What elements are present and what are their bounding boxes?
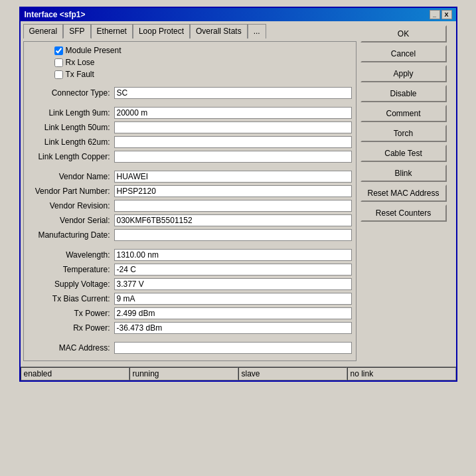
tab-more[interactable]: ... (248, 24, 266, 39)
supply-voltage-row: Supply Voltage: (28, 278, 352, 290)
rx-lose-checkbox[interactable] (54, 58, 63, 67)
vendor-revision-label: Vendor Revision: (28, 201, 114, 210)
supply-voltage-label: Supply Voltage: (28, 279, 114, 289)
comment-button[interactable]: Comment (360, 105, 447, 122)
wavelength-row: Wavelength: (28, 249, 352, 261)
link-length-50um-row: Link Length 50um: (28, 121, 352, 133)
vendor-part-number-row: Vendor Part Number: (28, 185, 352, 197)
tab-bar: General SFP Ethernet Loop Protect Overal… (23, 24, 357, 39)
tx-fault-row: Tx Fault (54, 70, 352, 79)
link-length-9um-input[interactable] (114, 107, 352, 119)
link-length-9um-row: Link Length 9um: (28, 107, 352, 119)
link-length-copper-label: Link Length Copper: (28, 152, 114, 161)
tab-content: Module Present Rx Lose Tx Fault Connecto… (23, 41, 357, 361)
vendor-part-number-input[interactable] (114, 185, 352, 197)
link-length-62um-row: Link Length 62um: (28, 136, 352, 148)
tab-sfp[interactable]: SFP (63, 24, 90, 39)
supply-voltage-input[interactable] (114, 278, 352, 290)
mac-address-label: MAC Address: (28, 343, 114, 353)
rx-power-label: Rx Power: (28, 323, 114, 333)
status-running: running (129, 367, 238, 380)
module-present-row: Module Present (54, 46, 352, 55)
tab-ethernet[interactable]: Ethernet (91, 24, 133, 39)
main-content: General SFP Ethernet Loop Protect Overal… (21, 21, 456, 364)
disable-button[interactable]: Disable (360, 85, 447, 102)
tx-fault-label: Tx Fault (66, 70, 94, 79)
status-slave: slave (238, 367, 347, 380)
tx-bias-current-input[interactable] (114, 293, 352, 305)
left-panel: General SFP Ethernet Loop Protect Overal… (23, 24, 357, 361)
link-length-copper-input[interactable] (114, 151, 352, 163)
temperature-row: Temperature: (28, 264, 352, 276)
torch-button[interactable]: Torch (360, 125, 447, 142)
link-length-9um-label: Link Length 9um: (28, 108, 114, 118)
rx-lose-row: Rx Lose (54, 58, 352, 67)
vendor-name-input[interactable] (114, 171, 352, 183)
minimize-button[interactable]: _ (430, 10, 440, 19)
tx-bias-current-label: Tx Bias Current: (28, 294, 114, 303)
mac-address-row: MAC Address: (28, 342, 352, 354)
vendor-serial-input[interactable] (114, 214, 352, 226)
tab-loop-protect[interactable]: Loop Protect (133, 24, 190, 39)
link-length-62um-input[interactable] (114, 136, 352, 148)
apply-button[interactable]: Apply (360, 65, 447, 82)
connector-type-input[interactable] (114, 87, 352, 99)
vendor-name-row: Vendor Name: (28, 171, 352, 183)
manufacturing-date-label: Manufacturing Date: (28, 230, 114, 240)
rx-lose-label: Rx Lose (66, 58, 95, 67)
temperature-input[interactable] (114, 264, 352, 276)
rx-power-input[interactable] (114, 322, 352, 334)
mac-address-input[interactable] (114, 342, 352, 354)
ok-button[interactable]: OK (360, 25, 447, 42)
module-present-label: Module Present (66, 46, 121, 55)
tx-bias-current-row: Tx Bias Current: (28, 293, 352, 305)
right-panel: OK Cancel Apply Disable Comment Torch Ca… (360, 24, 453, 361)
blink-button[interactable]: Blink (360, 165, 447, 182)
tx-fault-checkbox[interactable] (54, 70, 63, 79)
reset-mac-button[interactable]: Reset MAC Address (360, 185, 447, 202)
close-button[interactable]: X (441, 10, 452, 19)
tab-overall-stats[interactable]: Overall Stats (190, 24, 248, 39)
cable-test-button[interactable]: Cable Test (360, 145, 447, 162)
vendor-revision-row: Vendor Revision: (28, 200, 352, 212)
manufacturing-date-input[interactable] (114, 229, 352, 241)
vendor-part-number-label: Vendor Part Number: (28, 187, 114, 196)
tx-power-input[interactable] (114, 307, 352, 319)
vendor-serial-label: Vendor Serial: (28, 216, 114, 225)
vendor-name-label: Vendor Name: (28, 172, 114, 181)
status-bar: enabled running slave no link (21, 366, 456, 380)
link-length-copper-row: Link Length Copper: (28, 151, 352, 163)
module-present-checkbox[interactable] (54, 46, 63, 55)
rx-power-row: Rx Power: (28, 322, 352, 334)
reset-counters-button[interactable]: Reset Counters (360, 204, 447, 222)
connector-type-row: Connector Type: (28, 87, 352, 99)
link-length-50um-input[interactable] (114, 121, 352, 133)
status-enabled: enabled (21, 367, 129, 380)
vendor-serial-row: Vendor Serial: (28, 214, 352, 226)
status-link: no link (347, 367, 456, 380)
manufacturing-date-row: Manufacturing Date: (28, 229, 352, 241)
connector-type-label: Connector Type: (28, 88, 114, 98)
window-title: Interface <sfp1> (25, 10, 86, 19)
wavelength-input[interactable] (114, 249, 352, 261)
tx-power-row: Tx Power: (28, 307, 352, 319)
tab-general[interactable]: General (23, 24, 64, 39)
main-window: Interface <sfp1> _ X General SFP Etherne… (19, 7, 457, 382)
title-bar: Interface <sfp1> _ X (21, 8, 456, 21)
temperature-label: Temperature: (28, 265, 114, 274)
title-bar-buttons: _ X (430, 10, 452, 19)
link-length-50um-label: Link Length 50um: (28, 123, 114, 132)
cancel-button[interactable]: Cancel (360, 45, 447, 62)
wavelength-label: Wavelength: (28, 250, 114, 260)
tx-power-label: Tx Power: (28, 309, 114, 318)
link-length-62um-label: Link Length 62um: (28, 137, 114, 147)
vendor-revision-input[interactable] (114, 200, 352, 212)
